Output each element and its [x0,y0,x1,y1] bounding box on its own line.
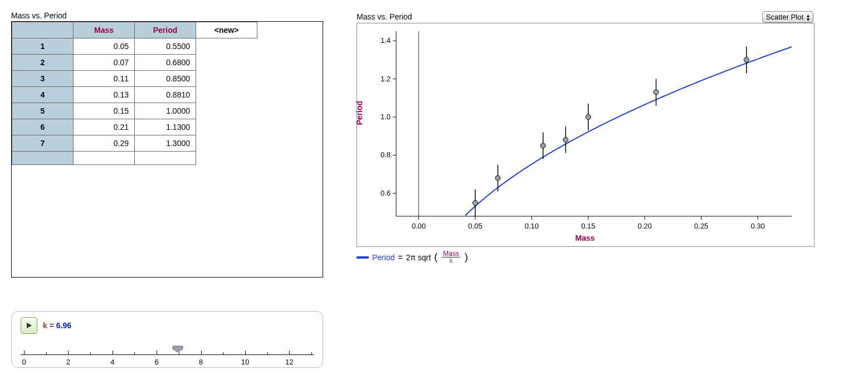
cell-period[interactable]: 1.0000 [135,103,196,119]
play-icon [26,322,32,329]
x-tick-label: 0.20 [638,222,652,230]
cell-period[interactable]: 0.6800 [135,55,196,71]
slider-value-label: k = 6.96 [43,321,71,330]
fit-legend: Period = 2π sqrt ( Mass k ) [357,250,813,264]
y-tick-label: 1.4 [381,36,391,45]
col-header-mass[interactable]: Mass [74,22,135,38]
cell-mass[interactable]: 0.21 [74,119,135,135]
svg-marker-0 [27,323,32,328]
table-title: Mass vs. Period [11,11,323,20]
y-tick-label: 1.2 [381,75,391,83]
x-tick-label: 0.00 [412,222,426,230]
legend-line-icon [357,256,369,259]
slider-tick-label: 12 [285,358,293,366]
slider-track[interactable]: 024681012 [21,341,314,363]
table-row[interactable]: 70.291.3000 [12,135,257,152]
data-table[interactable]: Mass Period <new> 10.050.550020.070.6800… [12,22,257,165]
row-number: 7 [12,135,74,152]
cell-mass[interactable]: 0.07 [74,55,135,71]
cell-mass[interactable]: 0.11 [74,71,135,87]
cell-period[interactable]: 0.8810 [135,87,196,103]
slider-panel: k = 6.96 024681012 [11,311,323,368]
table-row[interactable]: 30.110.8500 [12,71,257,87]
col-header-period[interactable]: Period [135,22,196,38]
data-point[interactable] [540,143,545,148]
col-header-new[interactable]: <new> [196,22,257,38]
slider-tick-label: 8 [199,358,203,366]
cell-mass[interactable]: 0.15 [74,103,135,119]
x-tick-label: 0.10 [525,222,539,230]
table-row[interactable]: 40.130.8810 [12,87,257,103]
row-number: 1 [12,38,74,55]
y-tick-label: 1.0 [381,113,391,121]
data-table-container: Mass Period <new> 10.050.550020.070.6800… [11,21,323,278]
chart-title: Mass vs. Period [357,12,412,21]
x-tick-label: 0.15 [581,222,595,230]
plot-type-dropdown[interactable]: Scatter Plot ▴▾ [762,11,813,23]
row-number: 6 [12,119,74,135]
row-number: 3 [12,71,74,87]
data-point[interactable] [586,115,591,120]
data-point[interactable] [473,201,478,206]
table-row[interactable]: 50.151.0000 [12,103,257,119]
y-tick-label: 0.6 [381,189,391,197]
table-row[interactable]: 20.070.6800 [12,55,257,71]
cell-period[interactable]: 0.5500 [135,38,196,55]
cell-mass[interactable]: 0.29 [74,135,135,152]
table-row-empty[interactable] [12,152,257,165]
slider-tick-label: 4 [110,358,114,366]
cell-period[interactable]: 0.8500 [135,71,196,87]
slider-param-value: 6.96 [56,321,71,330]
svg-marker-1 [173,346,183,352]
cell-period[interactable]: 1.1300 [135,119,196,135]
play-button[interactable] [21,317,37,334]
rownum-header [12,22,74,38]
data-point[interactable] [563,137,568,142]
cell-period[interactable]: 1.3000 [135,135,196,152]
slider-handle[interactable] [172,345,184,353]
fit-curve [465,47,792,216]
table-row[interactable]: 60.211.1300 [12,119,257,135]
data-point[interactable] [495,176,500,181]
dropdown-arrows-icon: ▴▾ [807,13,810,21]
y-axis-label: Period [355,101,364,125]
data-point[interactable] [744,57,749,62]
y-tick-label: 0.8 [381,150,391,159]
row-number: 5 [12,103,74,119]
row-number: 4 [12,87,74,103]
slider-tick-label: 2 [66,358,70,366]
slider-tick-label: 6 [155,358,159,366]
data-point[interactable] [654,90,659,95]
table-row[interactable]: 10.050.5500 [12,38,257,55]
chart-area[interactable]: 0.000.050.100.150.200.250.300.60.81.01.2… [357,23,815,247]
x-tick-label: 0.05 [468,222,482,230]
slider-ruler [21,354,314,355]
row-number: 2 [12,55,74,71]
slider-tick-label: 10 [241,358,249,366]
scatter-plot: 0.000.050.100.150.200.250.300.60.81.01.2… [357,23,803,246]
cell-mass[interactable]: 0.13 [74,87,135,103]
cell-mass[interactable]: 0.05 [74,38,135,55]
x-tick-label: 0.30 [750,222,764,230]
slider-tick-label: 0 [22,358,26,366]
slider-param-name: k [43,321,47,330]
x-tick-label: 0.25 [694,222,708,230]
